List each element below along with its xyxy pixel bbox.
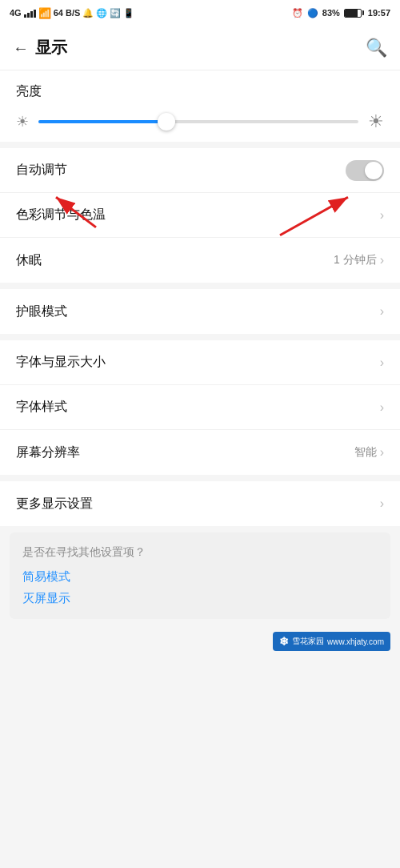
resolution-value: 智能 › [354,445,384,460]
more-settings-section: 更多显示设置 › [0,481,400,526]
battery-percent: 83% [322,8,340,18]
eye-protection-section: 护眼模式 › [0,289,400,334]
back-button[interactable]: ← [13,40,29,56]
toggle-thumb [365,162,382,179]
auto-adjust-row[interactable]: 自动调节 [0,148,400,193]
auto-adjust-toggle[interactable] [346,160,384,181]
more-settings-label: 更多显示设置 [16,496,93,512]
font-size-row[interactable]: 字体与显示大小 › [0,340,400,385]
chevron-icon: › [380,253,384,267]
status-left: 4G 📶 64 B/S 🔔 🌐 🔄 📱 [10,7,135,19]
color-adjust-row[interactable]: 色彩调节与色温 › [0,193,400,238]
sun-large-icon: ☀ [368,111,384,132]
sleep-value-text: 1 分钟后 [334,253,377,267]
sleep-label: 休眠 [16,252,42,269]
status-bar: 4G 📶 64 B/S 🔔 🌐 🔄 📱 ⏰ 🔵 83% 19:57 [0,0,400,26]
chevron-icon: › [380,496,384,511]
bluetooth-icon: 🔵 [307,8,318,18]
sun-small-icon: ☀ [16,113,29,131]
watermark: ❄ 雪花家园 www.xhjaty.com [273,632,390,651]
notification-icons: 🔔 🌐 🔄 📱 [82,8,134,18]
resolution-value-text: 智能 [354,445,377,460]
sleep-row[interactable]: 休眠 1 分钟后 › [0,238,400,283]
watermark-logo: ❄ [279,635,289,648]
font-style-value: › [380,400,384,415]
screen-off-link[interactable]: 灭屏显示 [22,591,378,606]
resolution-label: 屏幕分辨率 [16,444,80,461]
font-size-label: 字体与显示大小 [16,354,106,371]
content: 亮度 ☀ ☀ 自动调节 [0,70,400,654]
color-adjust-label: 色彩调节与色温 [16,207,106,223]
carrier-signal: 4G [10,8,22,18]
eye-protection-label: 护眼模式 [16,303,67,320]
page-title: 显示 [35,37,67,58]
header: ← 显示 🔍 [0,26,400,70]
data-speed: 64 B/S [54,8,81,18]
search-button[interactable]: 🔍 [366,38,387,58]
slider-thumb[interactable] [158,113,175,131]
slider-fill [38,120,166,123]
chevron-icon: › [380,304,384,319]
footer: ❄ 雪花家园 www.xhjaty.com [0,625,400,654]
color-adjust-value: › [380,208,384,223]
chevron-icon: › [380,445,384,460]
suggestion-title: 是否在寻找其他设置项？ [22,545,378,560]
font-style-label: 字体样式 [16,399,67,416]
brightness-slider[interactable] [38,120,358,123]
watermark-url: www.xhjaty.com [327,637,384,646]
brightness-label: 亮度 [16,83,384,100]
clock: 19:57 [368,8,390,18]
chevron-icon: › [380,400,384,415]
suggestion-box: 是否在寻找其他设置项？ 简易模式 灭屏显示 [10,532,390,619]
sleep-value: 1 分钟后 › [334,253,384,267]
watermark-text: 雪花家园 [292,636,324,647]
eye-protection-value: › [380,304,384,319]
font-section: 字体与显示大小 › 字体样式 › 屏幕分辨率 智能 › [0,340,400,475]
auto-adjust-label: 自动调节 [16,162,67,179]
signal-bars [24,8,36,18]
alarm-icon: ⏰ [292,8,303,18]
chevron-icon: › [380,208,384,223]
eye-protection-row[interactable]: 护眼模式 › [0,289,400,334]
simple-mode-link[interactable]: 简易模式 [22,569,378,585]
chevron-icon: › [380,356,384,370]
more-settings-row[interactable]: 更多显示设置 › [0,481,400,526]
brightness-section: 亮度 ☀ ☀ [0,70,400,142]
header-left: ← 显示 [13,37,67,58]
resolution-row[interactable]: 屏幕分辨率 智能 › [0,430,400,475]
more-settings-value: › [380,496,384,511]
battery-icon [344,9,364,18]
font-style-row[interactable]: 字体样式 › [0,385,400,430]
font-size-value: › [380,356,384,370]
brightness-row: ☀ ☀ [16,111,384,132]
status-right: ⏰ 🔵 83% 19:57 [292,8,390,18]
wifi-icon: 📶 [38,7,51,19]
auto-color-section: 自动调节 色彩调节与色温 › 休眠 1 分钟后 › [0,148,400,283]
